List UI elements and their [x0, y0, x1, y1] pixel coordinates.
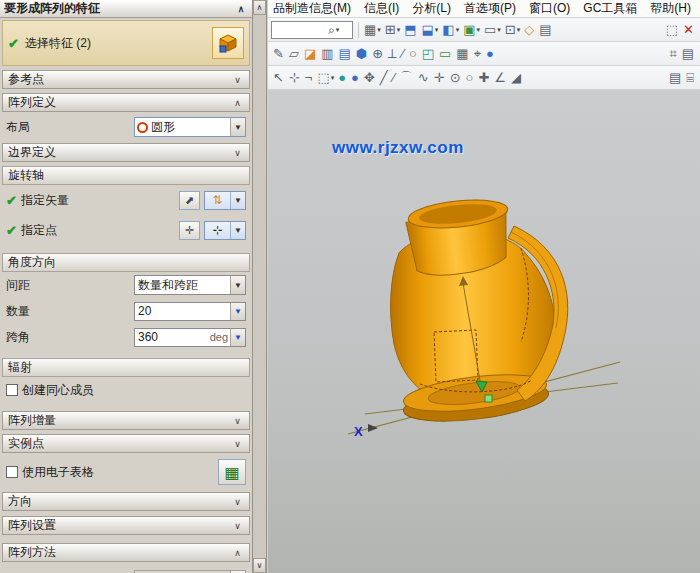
toolbar-icon[interactable]: ⊹: [287, 68, 303, 88]
toolbar-icon[interactable]: ⬒: [402, 20, 419, 40]
chevron-down-icon[interactable]: ∨: [231, 439, 244, 449]
vector-direction-icon[interactable]: ⇅: [205, 192, 230, 209]
menu-item[interactable]: 帮助(H): [650, 0, 691, 17]
toolbar-icon[interactable]: ▤: [537, 20, 554, 40]
chevron-down-icon[interactable]: ∨: [231, 497, 244, 507]
toolbar-icon[interactable]: ▱: [287, 44, 302, 64]
combo-caret-icon[interactable]: ▼: [230, 222, 245, 239]
toolbar-icon[interactable]: ¬: [303, 68, 316, 88]
menu-item[interactable]: 分析(L): [412, 0, 451, 17]
toolbar-icon[interactable]: ◢: [509, 68, 524, 88]
span-angle-value[interactable]: 360: [135, 330, 210, 344]
menu-item[interactable]: 窗口(O): [529, 0, 570, 17]
dialog-scrollbar[interactable]: ∧ ∨: [253, 0, 267, 573]
toolbar-icon[interactable]: ⬚: [664, 20, 681, 40]
chevron-down-icon[interactable]: ▾: [331, 74, 335, 82]
layout-combobox[interactable]: 圆形 ▼: [134, 117, 246, 137]
toolbar-icon[interactable]: ↖: [271, 68, 287, 88]
toolbar-icon[interactable]: ⌸: [684, 68, 697, 88]
chevron-down-icon[interactable]: ▾: [377, 26, 381, 34]
graphics-viewport[interactable]: www.rjzxw.com: [268, 90, 700, 573]
toolbar-icon[interactable]: ⌖: [472, 44, 484, 64]
toolbar-icon[interactable]: ▭: [437, 44, 454, 64]
pattern-model[interactable]: [391, 196, 568, 428]
toolbar-icon[interactable]: ⬓ ▾: [420, 20, 441, 40]
toolbar-icon[interactable]: ▣ ▾: [461, 20, 482, 40]
toolbar-icon[interactable]: ⌗: [667, 44, 679, 64]
toolbar-icon[interactable]: ⊕: [370, 44, 386, 64]
toolbar-icon[interactable]: ✎: [271, 44, 287, 64]
section-pattern-method[interactable]: 阵列方法 ∧: [2, 543, 250, 562]
chevron-down-icon[interactable]: ∨: [231, 521, 244, 531]
toolbar-icon[interactable]: ✛: [432, 68, 448, 88]
toolbar-icon[interactable]: ╱: [378, 68, 391, 88]
scroll-up-button[interactable]: ∧: [253, 0, 266, 15]
toolbar-icon[interactable]: ⊡ ▾: [503, 20, 522, 40]
toolbar-icon[interactable]: ⟂: [386, 44, 400, 64]
toolbar-icon[interactable]: ✕: [681, 20, 697, 40]
vector-type-button[interactable]: ⇅ ▼: [204, 191, 246, 210]
combo-caret-icon[interactable]: ▼: [230, 192, 245, 209]
scroll-down-button[interactable]: ∨: [253, 558, 266, 573]
chevron-down-icon[interactable]: ∨: [231, 75, 244, 85]
spinner-down-icon[interactable]: ▼: [230, 329, 245, 346]
toolbar-icon[interactable]: ⌒: [398, 68, 416, 88]
axis-handle[interactable]: [485, 395, 492, 402]
menu-item[interactable]: 信息(I): [364, 0, 399, 17]
dialog-titlebar[interactable]: 要形成阵列的特征 ∧: [0, 0, 252, 18]
toolbar-icon[interactable]: ●: [349, 68, 362, 88]
chevron-down-icon[interactable]: ▾: [456, 26, 460, 34]
toolbar-icon[interactable]: ▭ ▾: [482, 20, 503, 40]
menu-item[interactable]: 品制造信息(M): [273, 0, 351, 17]
toolbar-icon[interactable]: ○: [407, 44, 420, 64]
toolbar-icon[interactable]: ○: [464, 68, 477, 88]
toolbar-icon[interactable]: ▤: [680, 44, 697, 64]
section-boundary-definition[interactable]: 边界定义 ∨: [2, 143, 250, 162]
toolbar-icon[interactable]: ⊞ ▾: [383, 20, 402, 40]
toolbar-icon[interactable]: ✥: [362, 68, 378, 88]
section-instance-points[interactable]: 实例点 ∨: [2, 434, 250, 453]
toolbar-icon[interactable]: ◇: [522, 20, 537, 40]
section-pattern-increment[interactable]: 阵列增量 ∨: [2, 411, 250, 430]
point-type-button[interactable]: ⊹ ▼: [204, 221, 246, 240]
point-icon[interactable]: ⊹: [205, 222, 230, 239]
toolbar-icon[interactable]: ▦: [454, 44, 471, 64]
chevron-down-icon[interactable]: ▾: [497, 26, 501, 34]
chevron-down-icon[interactable]: ∨: [231, 148, 244, 158]
toolbar-icon[interactable]: ∿: [416, 68, 432, 88]
combo-caret-icon[interactable]: ▼: [230, 118, 245, 136]
toolbar-icon[interactable]: ▤: [667, 68, 684, 88]
toolbar-icon[interactable]: ⊙: [448, 68, 464, 88]
chevron-down-icon[interactable]: ▾: [336, 26, 340, 34]
search-icon[interactable]: ⌕: [328, 23, 335, 37]
section-orientation[interactable]: 方向 ∨: [2, 492, 250, 511]
toolbar-icon[interactable]: ●: [336, 68, 349, 88]
toolbar-icon[interactable]: ◰: [420, 44, 437, 64]
span-angle-field[interactable]: 360 deg ▼: [134, 328, 246, 347]
chevron-up-icon[interactable]: ∧: [231, 548, 244, 558]
toolbar-icon[interactable]: ▤: [337, 44, 354, 64]
chevron-down-icon[interactable]: ▾: [435, 26, 439, 34]
chevron-down-icon[interactable]: ▾: [476, 26, 480, 34]
combo-caret-icon[interactable]: ▼: [230, 276, 245, 294]
toolbar-icon[interactable]: ⬢: [354, 44, 370, 64]
toolbar-icon[interactable]: ∠: [492, 68, 509, 88]
toolbar-icon[interactable]: ✚: [476, 68, 492, 88]
spreadsheet-button[interactable]: ▦: [218, 459, 246, 485]
spacing-combobox[interactable]: 数量和跨距 ▼: [134, 275, 246, 295]
select-feature-button[interactable]: [212, 27, 244, 59]
menu-item[interactable]: 首选项(P): [464, 0, 516, 17]
section-pattern-settings[interactable]: 阵列设置 ∨: [2, 516, 250, 535]
toolbar-icon[interactable]: ▥: [319, 44, 336, 64]
concentric-members-checkbox[interactable]: [6, 384, 18, 396]
toolbar-icon[interactable]: ∕: [400, 44, 407, 64]
select-feature-row[interactable]: ✔ 选择特征 (2): [2, 20, 250, 66]
toolbar-icon[interactable]: ∕: [391, 68, 398, 88]
command-search[interactable]: ⌕ ▾: [271, 21, 353, 39]
toolbar-icon[interactable]: ◪: [302, 44, 319, 64]
3d-scene[interactable]: X: [268, 90, 700, 573]
vector-dialog-button[interactable]: ⬈: [179, 191, 200, 210]
spinner-down-icon[interactable]: ▼: [230, 303, 245, 320]
toolbar-icon[interactable]: ●: [484, 44, 497, 64]
section-reference-point[interactable]: 参考点 ∨: [2, 70, 250, 89]
